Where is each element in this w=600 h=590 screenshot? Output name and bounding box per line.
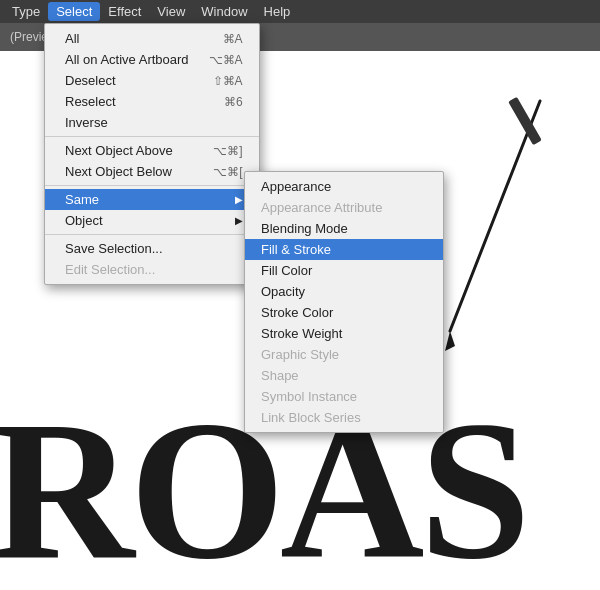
submenu-item-opacity[interactable]: Opacity [245, 281, 443, 302]
submenu-item-stroke-color[interactable]: Stroke Color [245, 302, 443, 323]
same-submenu: Appearance Appearance Attribute Blending… [244, 171, 444, 433]
divider-3 [45, 234, 259, 235]
menu-item-edit-selection: Edit Selection... [45, 259, 259, 280]
submenu-arrow: ▶ [235, 194, 243, 205]
menu-item-next-above[interactable]: Next Object Above ⌥⌘] [45, 140, 259, 161]
submenu-item-appearance[interactable]: Appearance [245, 176, 443, 197]
submenu-item-symbol-instance: Symbol Instance [245, 386, 443, 407]
menubar-item-help[interactable]: Help [256, 2, 299, 21]
divider-1 [45, 136, 259, 137]
submenu-item-graphic-style: Graphic Style [245, 344, 443, 365]
menubar-item-window[interactable]: Window [193, 2, 255, 21]
menu-item-same[interactable]: Same ▶ [45, 189, 259, 210]
submenu-item-stroke-weight[interactable]: Stroke Weight [245, 323, 443, 344]
object-arrow: ▶ [235, 215, 243, 226]
menubar-item-select[interactable]: Select [48, 2, 100, 21]
submenu-item-appearance-attr: Appearance Attribute [245, 197, 443, 218]
menu-item-deselect[interactable]: Deselect ⇧⌘A [45, 70, 259, 91]
submenu-item-shape: Shape [245, 365, 443, 386]
submenu-item-fill-stroke[interactable]: Fill & Stroke [245, 239, 443, 260]
menu-item-all[interactable]: All ⌘A [45, 28, 259, 49]
menu-item-object[interactable]: Object ▶ [45, 210, 259, 231]
menu-item-all-active-artboard[interactable]: All on Active Artboard ⌥⌘A [45, 49, 259, 70]
dropdown-container: All ⌘A All on Active Artboard ⌥⌘A Desele… [44, 23, 260, 285]
menubar-item-view[interactable]: View [149, 2, 193, 21]
menu-item-inverse[interactable]: Inverse [45, 112, 259, 133]
divider-2 [45, 185, 259, 186]
menubar: Type Select Effect View Window Help [0, 0, 600, 23]
menubar-item-effect[interactable]: Effect [100, 2, 149, 21]
submenu-item-fill-color[interactable]: Fill Color [245, 260, 443, 281]
same-submenu-container: Appearance Appearance Attribute Blending… [244, 171, 444, 433]
submenu-item-link-block-series: Link Block Series [245, 407, 443, 428]
menu-item-reselect[interactable]: Reselect ⌘6 [45, 91, 259, 112]
menu-item-save-selection[interactable]: Save Selection... [45, 238, 259, 259]
menu-item-next-below[interactable]: Next Object Below ⌥⌘[ [45, 161, 259, 182]
menubar-item-type[interactable]: Type [4, 2, 48, 21]
submenu-item-blending-mode[interactable]: Blending Mode [245, 218, 443, 239]
select-dropdown: All ⌘A All on Active Artboard ⌥⌘A Desele… [44, 23, 260, 285]
